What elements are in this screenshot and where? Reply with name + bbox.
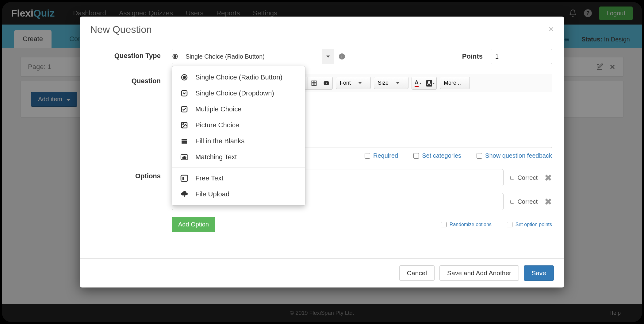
label-options: Options bbox=[92, 169, 172, 232]
close-icon[interactable]: × bbox=[548, 24, 554, 35]
chevron-down-icon bbox=[322, 49, 334, 64]
free-icon bbox=[180, 174, 189, 183]
svg-rect-14 bbox=[182, 141, 187, 142]
points-input[interactable] bbox=[491, 49, 552, 64]
match-icon: ab bbox=[180, 153, 189, 161]
add-option-button[interactable]: Add Option bbox=[172, 217, 215, 232]
radio-icon bbox=[180, 73, 189, 82]
randomize-options-checkbox[interactable]: Randomize options bbox=[441, 222, 492, 227]
rte-font-label: Font bbox=[340, 80, 351, 86]
rte-textcolor-icon[interactable]: A▾ bbox=[412, 77, 424, 89]
svg-point-4 bbox=[174, 56, 176, 58]
question-type-option-label: Multiple Choice bbox=[195, 105, 241, 113]
question-type-option[interactable]: Free Text bbox=[172, 170, 305, 186]
svg-text:i: i bbox=[341, 54, 343, 59]
correct-label: Correct bbox=[517, 198, 538, 205]
fill-icon bbox=[180, 137, 189, 145]
correct-checkbox-1[interactable]: Correct bbox=[510, 174, 538, 181]
svg-rect-15 bbox=[182, 142, 187, 144]
question-type-option-label: Single Choice (Dropdown) bbox=[195, 89, 274, 97]
dropdown-icon bbox=[180, 89, 189, 98]
correct-label: Correct bbox=[517, 174, 538, 181]
required-label: Required bbox=[373, 152, 398, 159]
question-type-option-label: Matching Text bbox=[195, 153, 237, 161]
correct-checkbox-2[interactable]: Correct bbox=[510, 198, 538, 205]
categories-label: Set categories bbox=[422, 152, 461, 159]
question-type-option[interactable]: Single Choice (Dropdown) bbox=[172, 85, 305, 101]
question-type-option-label: Free Text bbox=[195, 174, 223, 182]
set-categories-checkbox[interactable]: Set categories bbox=[413, 152, 461, 159]
question-type-select[interactable]: Single Choice (Radio Button) bbox=[172, 49, 334, 64]
svg-rect-9 bbox=[182, 91, 187, 96]
question-type-option[interactable]: Single Choice (Radio Button) bbox=[172, 69, 305, 85]
svg-rect-19 bbox=[182, 177, 184, 180]
modal-overlay: New Question × Question Type Single Choi… bbox=[2, 2, 642, 322]
question-type-option[interactable]: Multiple Choice bbox=[172, 101, 305, 117]
set-option-points-checkbox[interactable]: Set option points bbox=[507, 222, 552, 227]
option-points-label: Set option points bbox=[516, 222, 552, 227]
question-type-option[interactable]: Picture Choice bbox=[172, 117, 305, 133]
svg-point-8 bbox=[183, 76, 186, 79]
new-question-modal: New Question × Question Type Single Choi… bbox=[80, 17, 564, 287]
rte-more-button[interactable]: More .. bbox=[440, 77, 470, 89]
modal-title: New Question bbox=[90, 24, 152, 35]
question-type-option[interactable]: File Upload bbox=[172, 186, 305, 202]
question-type-option-label: Picture Choice bbox=[195, 121, 239, 129]
check-icon bbox=[180, 105, 189, 114]
delete-option-icon[interactable]: ✖ bbox=[544, 172, 552, 183]
save-add-another-button[interactable]: Save and Add Another bbox=[439, 265, 519, 281]
rte-more-label: More .. bbox=[444, 80, 461, 86]
question-type-option[interactable]: abMatching Text bbox=[172, 149, 305, 165]
svg-rect-23 bbox=[312, 81, 316, 86]
question-type-selected: Single Choice (Radio Button) bbox=[186, 53, 322, 60]
picture-icon bbox=[180, 121, 189, 129]
svg-rect-13 bbox=[182, 139, 187, 140]
label-question: Question bbox=[92, 74, 172, 159]
info-icon[interactable]: i bbox=[339, 53, 345, 60]
randomize-label: Randomize options bbox=[450, 222, 492, 227]
modal-footer: Cancel Save and Add Another Save bbox=[80, 258, 564, 287]
required-checkbox[interactable]: Required bbox=[365, 152, 398, 159]
question-type-option-label: File Upload bbox=[195, 190, 229, 198]
show-feedback-checkbox[interactable]: Show question feedback bbox=[477, 152, 552, 159]
svg-point-12 bbox=[183, 124, 184, 125]
rte-bgcolor-icon[interactable]: A▾ bbox=[424, 77, 436, 89]
radio-icon bbox=[172, 53, 186, 60]
feedback-label: Show question feedback bbox=[485, 152, 552, 159]
save-button[interactable]: Save bbox=[524, 265, 554, 281]
svg-text:ab: ab bbox=[182, 156, 186, 159]
rte-font-select[interactable]: Font bbox=[336, 77, 371, 89]
rte-size-select[interactable]: Size bbox=[374, 77, 408, 89]
question-type-menu: Single Choice (Radio Button)Single Choic… bbox=[172, 66, 305, 206]
rte-size-label: Size bbox=[378, 80, 389, 86]
svg-rect-18 bbox=[181, 175, 188, 181]
question-type-option[interactable]: Fill in the Blanks bbox=[172, 133, 305, 149]
caret-down-icon bbox=[396, 82, 400, 84]
rte-table-icon[interactable] bbox=[308, 77, 320, 89]
upload-icon bbox=[180, 190, 189, 199]
rte-youtube-icon[interactable] bbox=[320, 77, 332, 89]
label-points: Points bbox=[462, 52, 483, 60]
question-type-option-label: Single Choice (Radio Button) bbox=[195, 73, 282, 81]
question-type-option-label: Fill in the Blanks bbox=[195, 137, 244, 145]
caret-down-icon bbox=[358, 82, 362, 84]
delete-option-icon[interactable]: ✖ bbox=[544, 196, 552, 207]
label-question-type: Question Type bbox=[92, 49, 172, 60]
cancel-button[interactable]: Cancel bbox=[399, 265, 435, 281]
